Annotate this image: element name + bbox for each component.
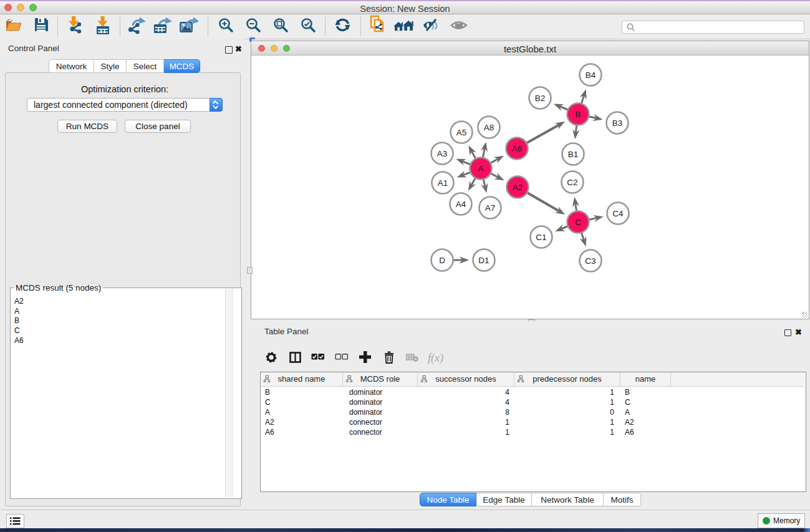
svg-text:B4: B4 <box>586 70 596 80</box>
svg-text:C2: C2 <box>567 178 577 187</box>
svg-text:C4: C4 <box>612 209 624 218</box>
svg-text:C1: C1 <box>536 233 546 242</box>
svg-text:A7: A7 <box>485 203 496 213</box>
svg-text:A3: A3 <box>437 149 448 158</box>
svg-text:B3: B3 <box>612 118 623 128</box>
svg-text:A: A <box>478 164 483 173</box>
svg-text:A2: A2 <box>513 183 523 192</box>
svg-text:C3: C3 <box>585 256 595 266</box>
svg-text:D1: D1 <box>478 256 489 265</box>
svg-text:A5: A5 <box>456 128 467 137</box>
svg-text:B2: B2 <box>535 94 546 103</box>
svg-text:B: B <box>575 110 581 119</box>
svg-text:A4: A4 <box>456 200 466 209</box>
svg-text:D: D <box>439 256 445 265</box>
svg-text:A1: A1 <box>438 178 448 188</box>
svg-text:C: C <box>575 218 581 227</box>
svg-text:B1: B1 <box>568 150 579 159</box>
svg-text:A6: A6 <box>512 144 523 153</box>
svg-text:A8: A8 <box>484 123 494 132</box>
